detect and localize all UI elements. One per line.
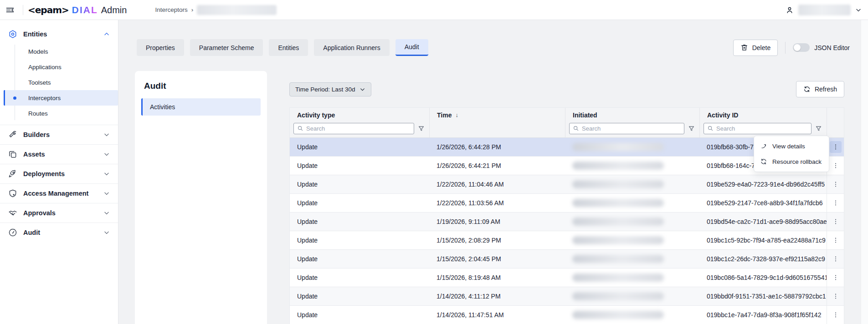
table-row[interactable]: Update 1/22/2026, 11:04:46 AM 019be529-e… [290, 175, 844, 193]
row-context-menu: View details Resource rollback [754, 136, 829, 172]
kebab-icon [832, 181, 839, 188]
row-menu-button[interactable] [830, 272, 842, 284]
panel-item-activities[interactable]: Activities [141, 98, 261, 116]
chevron-down-icon[interactable] [103, 151, 110, 157]
row-menu-button[interactable] [830, 290, 842, 302]
sidebar-group-audit[interactable]: Audit [0, 223, 118, 242]
cell-activity-id: 019bc1c2-26dc-7328-937e-ef92115a82c9 [699, 250, 827, 268]
column-header-activity-id[interactable]: Activity ID [699, 108, 827, 122]
toggle-off-icon[interactable] [793, 43, 810, 52]
audit-panel: Audit Activities [135, 71, 267, 324]
row-menu-button[interactable] [830, 234, 842, 246]
actions-filter-cell [827, 122, 844, 137]
row-menu-button[interactable] [830, 216, 842, 228]
sidebar-item-applications[interactable]: Applications [0, 59, 118, 75]
cell-activity-id: 019bc086-5a14-7829-9c1d-9d6051675541 [699, 268, 827, 287]
sidebar-item-toolsets[interactable]: Toolsets [0, 75, 118, 90]
cell-activity-type: Update [290, 157, 429, 175]
filter-icon[interactable] [815, 125, 822, 132]
delete-button[interactable]: Delete [733, 40, 778, 56]
chevron-down-icon[interactable] [103, 171, 110, 177]
redacted-text [572, 311, 664, 319]
row-menu-button[interactable] [830, 141, 842, 153]
sidebar-item-interceptors[interactable]: Interceptors [4, 90, 118, 106]
activity-type-search-input[interactable] [293, 123, 414, 134]
table-row[interactable]: Update 1/14/2026, 4:11:12 PM 019bbd0f-91… [290, 287, 844, 305]
menu-item-resource-rollback[interactable]: Resource rollback [754, 154, 829, 169]
row-menu-button[interactable] [830, 197, 842, 209]
top-bar: <epam> DIAL Admin Interceptors › [0, 0, 868, 20]
sidebar-group-label: Builders [23, 131, 50, 138]
column-header-time[interactable]: Time ↓ [429, 108, 565, 122]
user-menu[interactable] [786, 5, 868, 15]
sidebar-group-label: Access Management [23, 190, 88, 197]
kebab-icon [832, 274, 839, 281]
column-header-activity-type[interactable]: Activity type [290, 108, 429, 122]
redacted-text [572, 199, 664, 207]
cell-time: 1/15/2026, 2:04:45 PM [429, 250, 565, 268]
breadcrumb-root[interactable]: Interceptors [155, 6, 187, 13]
tab-audit[interactable]: Audit [395, 39, 428, 56]
cell-time: 1/26/2026, 6:44:28 PM [429, 138, 565, 156]
search-icon [297, 125, 303, 132]
scrollbar-track[interactable] [861, 20, 868, 324]
row-menu-button[interactable] [830, 309, 842, 321]
sidebar-item-routes[interactable]: Routes [0, 106, 118, 121]
panel-title: Audit [135, 71, 267, 98]
sidebar-group-access-management[interactable]: Access Management [0, 184, 118, 203]
cell-time: 1/14/2026, 11:47:51 AM [429, 306, 565, 324]
epam-logo: <epam> [28, 5, 69, 15]
sidebar-group-entities[interactable]: Entities [0, 25, 118, 44]
cell-activity-id: 019be529-2147-7ce8-a8b9-34f1fa7fdcb6 [699, 194, 827, 212]
sidebar-group-approvals[interactable]: Approvals [0, 203, 118, 223]
table-row[interactable]: Update 1/15/2026, 2:08:29 PM 019bc1c5-92… [290, 231, 844, 249]
chevron-down-icon[interactable] [103, 132, 110, 138]
hammer-icon [8, 130, 17, 139]
menu-item-view-details[interactable]: View details [754, 138, 829, 154]
kebab-icon [832, 237, 839, 244]
sidebar-group-label: Approvals [23, 209, 56, 217]
sidebar-group-builders[interactable]: Builders [0, 125, 118, 144]
chevron-down-icon[interactable] [103, 210, 110, 216]
time-period-dropdown[interactable]: Time Period: Last 30d [289, 82, 371, 96]
cell-actions [827, 175, 844, 193]
sidebar-item-label: Routes [28, 110, 48, 117]
divider [785, 42, 786, 54]
chevron-up-icon[interactable] [103, 31, 110, 37]
activity-id-search-input[interactable] [704, 123, 812, 134]
tab-properties[interactable]: Properties [137, 39, 184, 56]
sort-desc-icon: ↓ [455, 111, 458, 118]
json-editor-toggle[interactable]: JSON Editor [793, 43, 850, 52]
tab-parameter-scheme[interactable]: Parameter Scheme [190, 39, 263, 56]
table-row[interactable]: Update 1/22/2026, 11:03:56 AM 019be529-2… [290, 193, 844, 212]
column-header-initiated[interactable]: Initiated [565, 108, 699, 122]
row-menu-button[interactable] [830, 178, 842, 190]
rollback-icon [760, 158, 767, 165]
sidebar-item-label: Interceptors [28, 95, 61, 101]
filter-icon[interactable] [688, 125, 695, 132]
table-row[interactable]: Update 1/15/2026, 8:19:48 AM 019bc086-5a… [290, 268, 844, 287]
tab-application-runners[interactable]: Application Runners [314, 39, 389, 56]
table-row[interactable]: Update 1/15/2026, 2:04:45 PM 019bc1c2-26… [290, 249, 844, 268]
sidebar-item-models[interactable]: Models [0, 44, 118, 59]
sidebar-collapse-icon[interactable] [0, 0, 20, 20]
table-row[interactable]: Update 1/14/2026, 11:47:51 AM 019bbc1e-7… [290, 305, 844, 324]
main-content: Properties Parameter Scheme Entities App… [118, 20, 868, 324]
sidebar-group-assets[interactable]: Assets [0, 145, 118, 164]
chevron-down-icon[interactable] [855, 7, 862, 13]
sidebar-group-deployments[interactable]: Deployments [0, 164, 118, 183]
trash-icon [740, 44, 748, 51]
filter-icon[interactable] [418, 125, 425, 132]
cell-activity-type: Update [290, 213, 429, 231]
table-header-row: Activity type Time ↓ Initiated Activity … [290, 108, 844, 122]
initiated-search-input[interactable] [569, 123, 684, 134]
chevron-down-icon[interactable] [103, 190, 110, 197]
chevron-down-icon[interactable] [103, 229, 110, 236]
row-menu-button[interactable] [830, 160, 842, 172]
row-menu-button[interactable] [830, 253, 842, 265]
json-editor-label: JSON Editor [814, 44, 850, 51]
cell-initiated-redacted [565, 138, 699, 156]
tab-entities[interactable]: Entities [269, 39, 308, 56]
refresh-button[interactable]: Refresh [796, 81, 844, 97]
table-row[interactable]: Update 1/19/2026, 9:11:09 AM 019bd54e-ca… [290, 212, 844, 231]
